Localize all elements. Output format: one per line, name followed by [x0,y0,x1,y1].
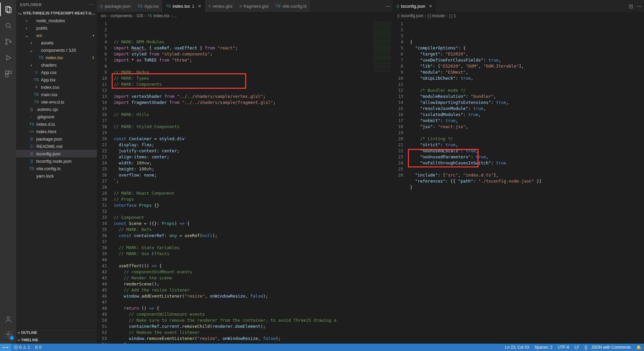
folder-public[interactable]: ›public [16,24,97,32]
tab-vertex-glsl[interactable]: ≡vertex.glsl [205,0,236,12]
sidebar-more-icon[interactable]: ⋯ [89,3,93,7]
code-line[interactable] [408,190,644,196]
code-line[interactable]: "noUnusedLocals": true, [408,148,644,154]
tab-overflow-icon[interactable]: ⋯ [386,4,390,9]
status-cursor[interactable]: Ln 23, Col 33 [502,344,532,351]
close-icon[interactable]: ✕ [429,4,432,9]
code-line[interactable]: // MARK: State Variables [112,245,393,251]
code-line[interactable]: // componentDidMount events [112,269,393,275]
code-line[interactable]: import fragmentShader from "../../shader… [112,100,393,106]
code-line[interactable]: // MARK: React Component [112,190,393,196]
code-line[interactable]: "skipLibCheck": true, [408,75,644,81]
code-line[interactable]: // MARK: Styled Components [112,124,393,130]
outline-header[interactable]: › OUTLINE [16,329,97,336]
file--eslintrc-cjs[interactable]: {}.eslintrc.cjs [16,106,97,113]
code-line[interactable]: // Remove the event listener [112,329,393,336]
code-line[interactable]: // componentWillUnmount events [112,311,393,317]
breadcrumb-segment[interactable]: src [101,13,106,18]
code-line[interactable]: "module": "ESNext", [408,69,644,75]
explorer-icon[interactable] [0,3,16,16]
breadcrumb-segment[interactable]: index.tsx [153,13,169,18]
code-line[interactable]: useEffect(() => { [112,263,393,269]
code-line[interactable]: /* Bundler mode */ [408,87,644,93]
code-line[interactable] [408,166,644,172]
code-line[interactable]: // MARK: NPM Modules [112,39,393,45]
code-line[interactable] [112,239,393,245]
status-ports[interactable]: ⎘0 [33,344,44,351]
folder-components-3js[interactable]: ⌄components / 3JS [16,46,97,54]
code-editor-right[interactable]: 1234567891011121314151617181920212223242… [393,20,644,344]
folder-node_modules[interactable]: ›node_modules [16,17,97,24]
code-line[interactable]: import React, { useRef, useEffect } from… [112,45,393,51]
accounts-icon[interactable] [0,313,16,326]
code-line[interactable]: return () => { [112,305,393,311]
code-line[interactable] [112,184,393,190]
file-package-json[interactable]: {}package.json [16,135,97,143]
code-line[interactable]: const containerRef: any = useRef(null); [112,233,393,239]
code-line[interactable]: interface Props {} [112,202,393,208]
code-line[interactable]: width: 100vw; [112,160,393,166]
code-line[interactable]: // MARK: Utils [112,112,393,118]
code-line[interactable]: "compilerOptions": { [408,45,644,51]
code-line[interactable]: }; [112,342,393,344]
code-line[interactable] [112,257,393,263]
status-notifications-icon[interactable]: 🔔 [634,344,644,351]
extensions-icon[interactable] [0,67,16,81]
code-line[interactable]: "isolatedModules": true, [408,112,644,118]
file-readme-md[interactable]: ⓘREADME.md [16,143,97,150]
code-line[interactable] [112,87,393,93]
breadcrumb-segment[interactable]: ▢ 1 [449,13,456,18]
code-body-left[interactable]: // MARK: NPM Modulesimport React, { useR… [112,20,393,344]
status-problems[interactable]: ⓧ0 ⚠1 [11,344,33,351]
code-editor-left[interactable]: 1234567891011121314151617181920212223242… [97,20,393,344]
breadcrumb-segment[interactable]: 3JS [136,13,143,18]
tab-vite-config-ts[interactable]: TSvite.config.ts [272,0,310,12]
code-line[interactable]: justify-content: center; [112,148,393,154]
search-icon[interactable] [0,19,16,32]
settings-icon[interactable] [0,327,16,341]
code-line[interactable]: overflow: none; [112,172,393,178]
project-header[interactable]: ⌄ VITE-THREEJS-TYPESCRIPT-REACT-GL... [16,9,97,17]
code-line[interactable]: renderScene(); [112,281,393,287]
code-line[interactable] [112,299,393,305]
code-line[interactable]: align-items: center; [112,154,393,160]
file-app-tsx[interactable]: TSApp.tsx [16,76,97,83]
code-line[interactable]: display: flex; [112,142,393,148]
tab-tsconfig-json[interactable]: {}tsconfig.json✕ [393,0,436,12]
timeline-header[interactable]: › TIMELINE [16,336,97,344]
tab-overflow-icon[interactable]: ⋯ [637,4,641,9]
code-line[interactable]: // MARK: Components [112,81,393,87]
minimap-right[interactable] [622,20,644,344]
code-line[interactable] [112,106,393,112]
code-line[interactable]: window.removeEventListener("resize", onW… [112,336,393,342]
code-line[interactable] [112,208,393,214]
code-line[interactable]: // MARK: Use Effects [112,251,393,257]
file-index-d-ts[interactable]: TSindex.d.ts [16,120,97,128]
code-line[interactable]: // Props [112,196,393,202]
code-body-right[interactable]: { "compilerOptions": { "target": "ES2020… [408,20,644,344]
code-line[interactable]: // Make sure to remove the renderer from… [112,317,393,323]
status-encoding[interactable]: UTF-8 [555,344,572,351]
code-line[interactable]: `; [112,178,393,184]
file-main-tsx[interactable]: TSmain.tsx [16,91,97,98]
minimap-left[interactable] [371,20,393,344]
file-index-html[interactable]: <>index.html [16,128,97,135]
code-line[interactable]: } [408,184,644,190]
file-vite-config-ts[interactable]: TSvite.config.ts [16,165,97,172]
code-line[interactable]: import vertexShader from "../../shaders/… [112,93,393,100]
code-line[interactable]: containerRef.current.removeChild(rendere… [112,323,393,329]
close-icon[interactable]: ✕ [198,4,201,9]
tab-fragment-glsl[interactable]: ≡fragment.glsl [236,0,272,12]
file-yarn-lock[interactable]: ◦yarn.lock [16,172,97,180]
folder-src[interactable]: ⌄src● [16,32,97,39]
source-control-icon[interactable] [0,35,16,48]
breadcrumb-segment[interactable]: ... [173,13,177,18]
code-line[interactable]: // MARK: Types [112,75,393,81]
code-line[interactable]: "target": "ES2020", [408,51,644,57]
tab-package-json[interactable]: {}package.json [97,0,134,12]
code-line[interactable] [112,130,393,136]
tab-index-tsx[interactable]: TSindex.tsx1✕ [162,0,205,12]
file-vite-env-d-ts[interactable]: TSvite-env.d.ts [16,98,97,106]
code-line[interactable]: // MARK: Redux [112,69,393,75]
code-line[interactable]: "strict": true, [408,142,644,148]
